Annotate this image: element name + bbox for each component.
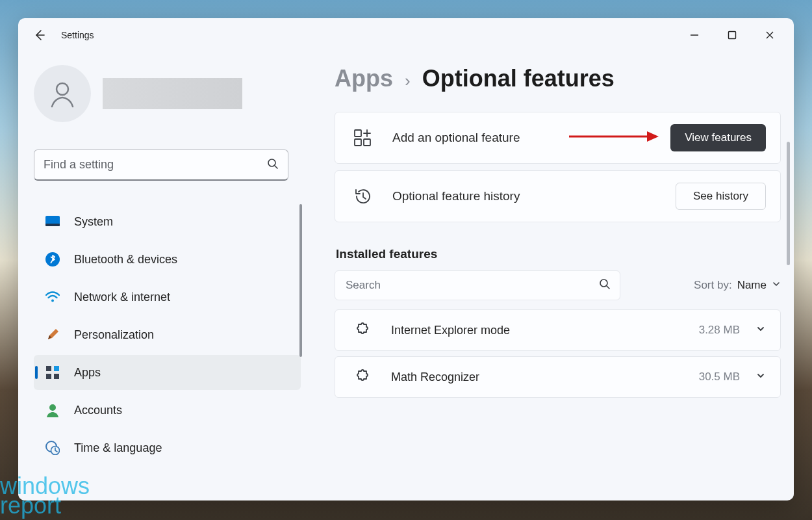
svg-rect-19 bbox=[364, 139, 370, 146]
svg-point-4 bbox=[268, 159, 275, 166]
feature-name: Math Recognizer bbox=[391, 370, 479, 384]
sidebar-item-accounts[interactable]: Accounts bbox=[34, 393, 301, 428]
accounts-icon bbox=[45, 403, 60, 417]
add-optional-feature-card: Add an optional feature View features bbox=[335, 112, 781, 164]
chevron-right-icon: › bbox=[405, 71, 411, 91]
svg-rect-18 bbox=[355, 139, 361, 146]
card-title: Add an optional feature bbox=[392, 131, 520, 145]
sidebar-item-system[interactable]: System bbox=[34, 204, 301, 239]
titlebar: Settings bbox=[18, 18, 794, 52]
maximize-button[interactable] bbox=[713, 21, 751, 49]
svg-rect-12 bbox=[46, 374, 51, 379]
feature-size: 30.5 MB bbox=[699, 370, 740, 384]
svg-line-22 bbox=[607, 286, 609, 289]
minimize-button[interactable] bbox=[676, 21, 713, 49]
optional-feature-history-card: Optional feature history See history bbox=[335, 170, 781, 222]
watermark: windows report bbox=[0, 476, 90, 516]
chevron-down-icon bbox=[755, 370, 766, 384]
close-button[interactable] bbox=[751, 21, 789, 49]
svg-line-5 bbox=[275, 166, 277, 168]
main-scrollbar[interactable] bbox=[787, 142, 790, 265]
puzzle-icon bbox=[353, 322, 377, 339]
wifi-icon bbox=[45, 290, 60, 304]
sidebar-item-bluetooth[interactable]: Bluetooth & devices bbox=[34, 242, 301, 277]
main-panel: Apps › Optional features Add an optional… bbox=[314, 52, 794, 500]
breadcrumb-current: Optional features bbox=[422, 65, 615, 92]
sidebar-item-label: System bbox=[74, 215, 113, 229]
breadcrumb-parent[interactable]: Apps bbox=[335, 65, 393, 92]
feature-row[interactable]: Math Recognizer 30.5 MB bbox=[335, 356, 781, 398]
installed-features-heading: Installed features bbox=[336, 247, 781, 261]
svg-rect-13 bbox=[54, 374, 59, 379]
sidebar-scrollbar[interactable] bbox=[299, 204, 302, 357]
see-history-button[interactable]: See history bbox=[676, 183, 766, 210]
svg-rect-11 bbox=[54, 366, 59, 371]
installed-search[interactable] bbox=[335, 270, 620, 300]
sort-value: Name bbox=[737, 279, 767, 292]
svg-rect-7 bbox=[45, 224, 60, 226]
sidebar-item-label: Bluetooth & devices bbox=[74, 253, 177, 266]
paintbrush-icon bbox=[45, 328, 60, 342]
svg-point-21 bbox=[600, 280, 607, 287]
sidebar-item-apps[interactable]: Apps bbox=[34, 355, 301, 390]
feature-row[interactable]: Internet Explorer mode 3.28 MB bbox=[335, 309, 781, 351]
app-title: Settings bbox=[61, 30, 94, 40]
nav-list: System Bluetooth & devices bbox=[34, 204, 301, 465]
add-grid-icon bbox=[353, 129, 378, 147]
display-icon bbox=[45, 214, 60, 229]
svg-point-9 bbox=[51, 300, 54, 302]
installed-search-input[interactable] bbox=[346, 279, 591, 292]
chevron-down-icon bbox=[755, 324, 766, 337]
card-title: Optional feature history bbox=[392, 189, 520, 203]
settings-search[interactable] bbox=[34, 150, 288, 181]
search-icon bbox=[599, 278, 611, 292]
feature-name: Internet Explorer mode bbox=[391, 324, 510, 337]
sort-by-dropdown[interactable]: Sort by: Name bbox=[694, 279, 781, 292]
back-button[interactable] bbox=[32, 28, 47, 42]
clock-globe-icon bbox=[45, 441, 60, 455]
installed-filter-row: Sort by: Name bbox=[335, 270, 781, 300]
sidebar-item-label: Network & internet bbox=[74, 291, 170, 304]
sidebar-item-label: Apps bbox=[74, 366, 101, 380]
sidebar-item-label: Personalization bbox=[74, 328, 154, 342]
sidebar-item-label: Time & language bbox=[74, 441, 162, 455]
breadcrumb: Apps › Optional features bbox=[335, 65, 781, 92]
window-controls bbox=[676, 21, 789, 49]
annotation-arrow bbox=[569, 129, 660, 146]
svg-rect-10 bbox=[46, 366, 51, 371]
feature-size: 3.28 MB bbox=[699, 324, 740, 337]
settings-window: Settings bbox=[18, 18, 794, 500]
sort-label: Sort by: bbox=[694, 279, 732, 292]
chevron-down-icon bbox=[772, 279, 781, 292]
history-icon bbox=[353, 187, 378, 205]
avatar[interactable] bbox=[34, 65, 91, 122]
svg-rect-17 bbox=[355, 130, 361, 136]
settings-search-input[interactable] bbox=[44, 158, 259, 172]
sidebar-item-time-language[interactable]: Time & language bbox=[34, 430, 301, 465]
sidebar: System Bluetooth & devices bbox=[18, 52, 314, 500]
sidebar-item-network[interactable]: Network & internet bbox=[34, 280, 301, 315]
profile-name-redacted bbox=[103, 78, 242, 109]
svg-point-3 bbox=[57, 83, 68, 95]
apps-icon bbox=[45, 365, 60, 380]
sidebar-item-personalization[interactable]: Personalization bbox=[34, 317, 301, 352]
svg-rect-2 bbox=[729, 32, 736, 39]
svg-point-14 bbox=[49, 404, 56, 411]
bluetooth-icon bbox=[45, 252, 60, 266]
profile-section bbox=[34, 65, 301, 122]
puzzle-icon bbox=[353, 369, 377, 385]
view-features-button[interactable]: View features bbox=[670, 124, 766, 151]
search-icon bbox=[267, 158, 279, 172]
sidebar-item-label: Accounts bbox=[74, 404, 122, 417]
